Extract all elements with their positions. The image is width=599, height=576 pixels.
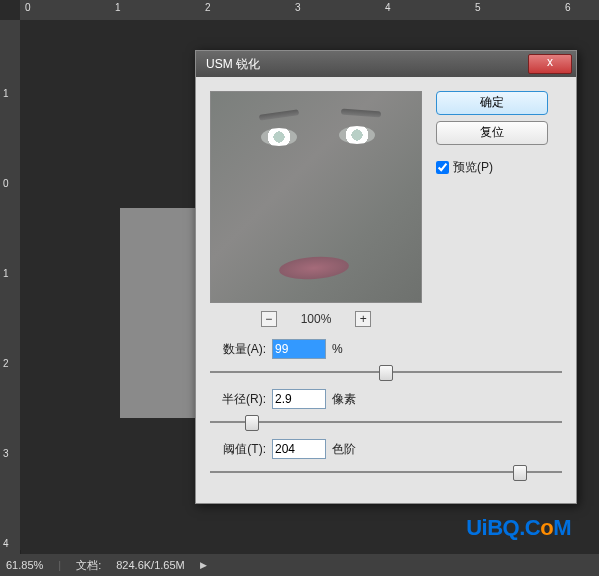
amount-unit: % <box>332 342 343 356</box>
threshold-slider[interactable] <box>210 465 562 479</box>
minus-icon: − <box>265 313 272 325</box>
amount-label: 数量(A): <box>210 341 266 358</box>
status-bar: 61.85% | 文档: 824.6K/1.65M ▶ <box>0 554 599 576</box>
close-icon: x <box>547 55 553 69</box>
ruler-vertical: 1 0 1 2 3 4 <box>0 20 21 576</box>
zoom-level: 100% <box>301 312 332 326</box>
plus-icon: + <box>360 313 367 325</box>
threshold-label: 阈值(T): <box>210 441 266 458</box>
watermark-logo: UiBQ.CoM <box>466 515 571 541</box>
dialog-titlebar[interactable]: USM 锐化 x <box>196 51 576 77</box>
preview-image[interactable] <box>210 91 422 303</box>
zoom-out-button[interactable]: − <box>261 311 277 327</box>
threshold-unit: 色阶 <box>332 441 356 458</box>
reset-button[interactable]: 复位 <box>436 121 548 145</box>
zoom-in-button[interactable]: + <box>355 311 371 327</box>
radius-unit: 像素 <box>332 391 356 408</box>
ok-button[interactable]: 确定 <box>436 91 548 115</box>
preview-label: 预览(P) <box>453 159 493 176</box>
status-doc-size: 824.6K/1.65M <box>116 559 185 571</box>
preview-checkbox-row[interactable]: 预览(P) <box>436 159 556 176</box>
usm-sharpen-dialog: USM 锐化 x − 100% + 确定 复位 <box>195 50 577 504</box>
status-doc-label: 文档: <box>76 558 101 573</box>
ruler-horizontal: 0 1 2 3 4 5 6 <box>20 0 599 21</box>
dialog-title-text: USM 锐化 <box>206 56 260 73</box>
amount-slider[interactable] <box>210 365 562 379</box>
radius-label: 半径(R): <box>210 391 266 408</box>
radius-slider[interactable] <box>210 415 562 429</box>
status-arrow-icon[interactable]: ▶ <box>200 560 207 570</box>
amount-input[interactable] <box>272 339 326 359</box>
close-button[interactable]: x <box>528 54 572 74</box>
preview-checkbox[interactable] <box>436 161 449 174</box>
radius-input[interactable] <box>272 389 326 409</box>
threshold-input[interactable] <box>272 439 326 459</box>
status-zoom[interactable]: 61.85% <box>6 559 43 571</box>
